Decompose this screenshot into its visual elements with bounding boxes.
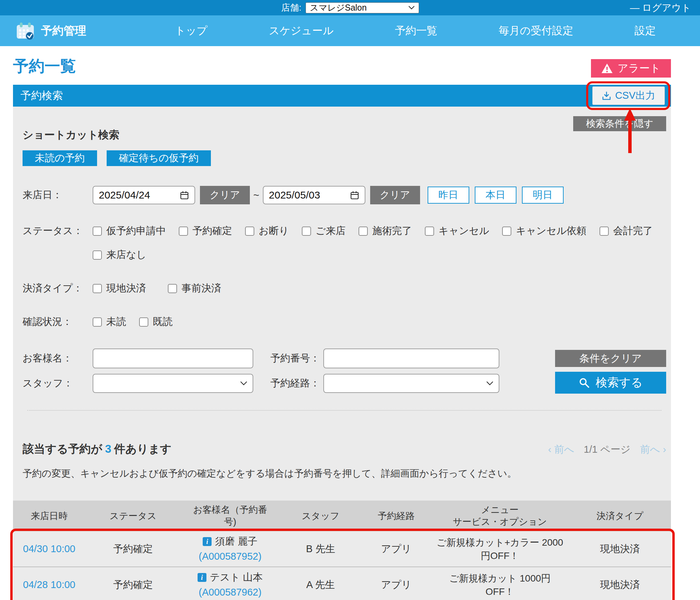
status-checkbox-cancelled[interactable]: キャンセル <box>425 224 489 238</box>
yesterday-button[interactable]: 昨日 <box>428 187 469 204</box>
header-visit-datetime: 来店日時 <box>13 507 85 526</box>
shortcut-pending-provisional-button[interactable]: 確定待ちの仮予約 <box>107 150 211 166</box>
staff-route-row: スタッフ： 予約経路： 検索する <box>23 374 666 393</box>
search-button-label: 検索する <box>596 375 643 391</box>
results-count-value: 3 <box>102 442 114 455</box>
csv-export-label: CSV出力 <box>615 89 656 103</box>
customer-number-row: お客様名： 予約番号： 条件をクリア <box>23 349 666 368</box>
date-to-input[interactable]: 2025/05/03 <box>263 186 365 204</box>
tomorrow-button[interactable]: 明日 <box>522 187 564 204</box>
status-cell: 予約確定 <box>85 542 181 556</box>
page-head: 予約一覧 アラート <box>13 46 671 85</box>
visit-datetime-link[interactable]: 04/30 10:00 <box>13 543 85 555</box>
payment-checkbox-prepaid[interactable]: 事前決済 <box>168 282 221 295</box>
reservation-number-input[interactable] <box>323 349 499 368</box>
staff-label: スタッフ： <box>23 377 93 390</box>
customer-name: テスト 山本 <box>210 570 263 585</box>
status-checkbox-payment-done[interactable]: 会計完了 <box>600 224 653 238</box>
staff-select[interactable] <box>93 374 253 393</box>
pagination-prev-link[interactable]: ‹ 前へ <box>548 443 574 456</box>
confirmation-status-label: 確認状況： <box>23 315 93 329</box>
date-to-clear-button[interactable]: クリア <box>370 186 420 204</box>
results-count-suffix: 件あります <box>114 442 172 455</box>
nav-item-reservation-list[interactable]: 予約一覧 <box>395 24 438 38</box>
payment-cell: 現地決済 <box>569 542 671 556</box>
visit-date-row: 来店日： 2025/04/24 クリア ~ 2025/05/03 クリア 昨日 … <box>23 186 666 204</box>
logout-link[interactable]: — ログアウト <box>630 1 691 14</box>
chevron-down-icon <box>408 6 415 10</box>
top-bar: 店舗: スマレジSalon — ログアウト <box>0 0 700 15</box>
search-button[interactable]: 検索する <box>555 372 666 394</box>
search-panel-header: 予約検索 CSV出力 <box>13 85 671 107</box>
checkbox-icon <box>302 227 311 236</box>
info-icon[interactable]: i <box>203 537 212 546</box>
status-checkbox-provisional-request[interactable]: 仮予約申請中 <box>93 224 166 238</box>
checkbox-icon <box>93 250 102 260</box>
status-checkbox-arrived[interactable]: ご来店 <box>302 224 346 238</box>
payment-cell: 現地決済 <box>569 578 671 592</box>
checkbox-icon <box>168 284 177 293</box>
menu-cell: ご新規様カット+カラー 2000円OFF！ <box>431 536 569 562</box>
info-icon[interactable]: i <box>198 573 206 582</box>
search-panel-body: 検索条件を隠す ショートカット検索 未読の予約 確定待ちの仮予約 来店日： 20… <box>13 107 671 600</box>
results-count-line: 該当する予約が3件あります <box>23 441 172 457</box>
pagination-next-link[interactable]: 前へ › <box>640 443 666 456</box>
calendar-icon <box>180 191 189 200</box>
pagination: ‹ 前へ 1/1 ページ 前へ › <box>548 443 666 456</box>
confirm-checkbox-unread[interactable]: 未読 <box>93 315 126 329</box>
visit-datetime-link[interactable]: 04/28 10:00 <box>13 579 85 590</box>
status-checkbox-declined[interactable]: お断り <box>245 224 289 238</box>
reservation-number-label: 予約番号： <box>270 352 320 365</box>
header-staff: スタッフ <box>280 507 362 526</box>
reservation-number-link[interactable]: (A000587962) <box>181 585 280 600</box>
confirm-checkbox-read[interactable]: 既読 <box>139 315 173 329</box>
csv-export-button[interactable]: CSV出力 <box>592 86 665 105</box>
nav-item-settings[interactable]: 設定 <box>634 24 656 38</box>
reservation-number-link[interactable]: (A000587952) <box>181 549 280 564</box>
checkbox-icon <box>359 227 368 236</box>
shortcut-buttons-row: 未読の予約 確定待ちの仮予約 <box>23 150 666 166</box>
nav-item-monthly-settings[interactable]: 毎月の受付設定 <box>499 24 573 38</box>
customer-name-label: お客様名： <box>23 352 93 365</box>
nav-items: トップ スケジュール 予約一覧 毎月の受付設定 設定 <box>86 24 700 38</box>
main-nav: 予約管理 トップ スケジュール 予約一覧 毎月の受付設定 設定 <box>0 15 700 46</box>
confirmation-status-row: 確認状況： 未読 既読 <box>23 315 666 329</box>
menu-cell: ご新規様カット 1000円OFF！ <box>431 572 569 598</box>
store-select[interactable]: スマレジSalon <box>306 2 419 13</box>
store-label: 店舗: <box>281 2 301 14</box>
reservations-table: 来店日時 ステータス お客様名（予約番号) スタッフ 予約経路 メニュー サービ… <box>13 501 671 600</box>
date-from-input[interactable]: 2025/04/24 <box>93 186 195 204</box>
status-checkbox-no-show[interactable]: 来店なし <box>93 248 146 262</box>
status-checkbox-treatment-done[interactable]: 施術完了 <box>359 224 412 238</box>
pagination-page-indicator: 1/1 ページ <box>584 443 631 456</box>
status-label: ステータス： <box>23 224 93 238</box>
checkbox-icon <box>502 227 511 236</box>
search-panel-title: 予約検索 <box>13 88 63 103</box>
results-header: 該当する予約が3件あります ‹ 前へ 1/1 ページ 前へ › <box>13 441 671 457</box>
shortcut-unread-reservations-button[interactable]: 未読の予約 <box>23 150 97 166</box>
clear-conditions-button[interactable]: 条件をクリア <box>555 350 666 367</box>
status-checkbox-cancel-request[interactable]: キャンセル依頼 <box>502 224 586 238</box>
status-checkbox-confirmed[interactable]: 予約確定 <box>179 224 232 238</box>
nav-item-schedule[interactable]: スケジュール <box>269 24 334 38</box>
date-range-separator: ~ <box>253 189 259 201</box>
customer-name-input[interactable] <box>93 349 253 368</box>
status-row: ステータス： 仮予約申請中 予約確定 お断り ご来店 施術完了 キャンセル キャ… <box>23 224 666 262</box>
staff-cell: A 先生 <box>280 578 362 592</box>
alert-button[interactable]: アラート <box>591 59 671 78</box>
checkbox-icon <box>93 284 102 293</box>
checkbox-icon <box>600 227 609 236</box>
hide-search-conditions-button[interactable]: 検索条件を隠す <box>573 116 666 131</box>
chevron-down-icon <box>240 381 247 385</box>
results-note: 予約の変更、キャンセルおよび仮予約の確定などをする場合は予約番号を押して、詳細画… <box>13 467 671 480</box>
table-row: 04/28 10:00 予約確定 iテスト 山本 (A000587962) A … <box>13 567 671 600</box>
date-from-value: 2025/04/24 <box>99 189 150 201</box>
payment-checkbox-onsite[interactable]: 現地決済 <box>93 282 146 295</box>
today-button[interactable]: 本日 <box>475 187 516 204</box>
store-selector-group: 店舗: スマレジSalon <box>281 2 419 14</box>
customer-name: 須磨 麗子 <box>215 534 257 549</box>
date-from-clear-button[interactable]: クリア <box>200 186 250 204</box>
nav-item-top[interactable]: トップ <box>175 24 207 38</box>
reservation-route-select[interactable] <box>323 374 499 393</box>
reservation-route-label: 予約経路： <box>270 377 320 390</box>
